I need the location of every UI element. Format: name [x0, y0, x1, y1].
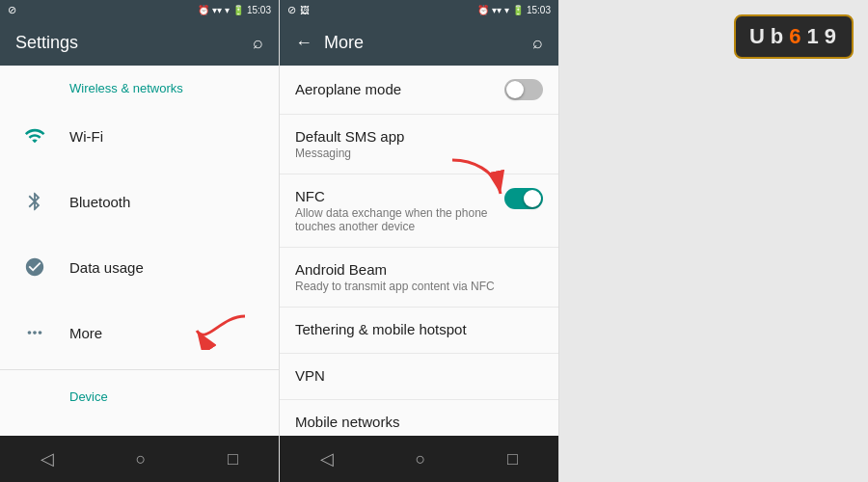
back-icon[interactable]: ←: [295, 33, 312, 53]
right-recents-button[interactable]: □: [488, 442, 537, 477]
right-bottom-nav: ◁ ○ □: [280, 436, 558, 482]
right-panel: ⊘ 🖼 ⏰ ▾▾ ▾ 🔋 15:03 ← More ⌕ Aeroplane mo…: [280, 0, 559, 482]
right-app-bar-left: ← More: [295, 33, 364, 53]
more-item[interactable]: More: [0, 300, 279, 365]
aeroplane-toggle[interactable]: [504, 79, 543, 100]
battery-icon: 🔋: [232, 5, 244, 15]
default-sms-item[interactable]: Default SMS app Messaging: [280, 115, 558, 174]
more-label: More: [69, 325, 102, 341]
red-arrow-nfc: [443, 155, 510, 212]
more-title: More: [324, 33, 364, 53]
left-app-bar: Settings ⌕: [0, 19, 279, 66]
right-app-bar: ← More ⌕: [280, 19, 558, 66]
right-home-button[interactable]: ○: [396, 442, 446, 477]
right-sim-icon: ⊘: [287, 4, 296, 16]
home-item[interactable]: Home: [0, 412, 279, 436]
status-right-icons: ⏰ ▾▾ ▾ 🔋 15:03: [198, 5, 271, 15]
section-divider: [0, 369, 279, 370]
android-beam-title: Android Beam: [295, 261, 543, 278]
vpn-title: VPN: [295, 367, 543, 384]
data-usage-label: Data usage: [69, 259, 144, 276]
logo-9: 9: [825, 24, 838, 49]
logo-1: 1: [807, 24, 821, 49]
right-back-button[interactable]: ◁: [301, 441, 353, 477]
settings-title: Settings: [15, 33, 78, 53]
left-bottom-nav: ◁ ○ □: [0, 436, 279, 482]
right-alarm-icon: ⏰: [477, 5, 489, 15]
time-display: 15:03: [247, 5, 271, 15]
home-icon: [15, 425, 54, 436]
more-scroll: Aeroplane mode Default SMS app Messaging…: [280, 66, 558, 436]
wifi-label: Wi-Fi: [69, 128, 103, 145]
mobile-networks-item[interactable]: Mobile networks: [280, 400, 558, 436]
aeroplane-title: Aeroplane mode: [295, 81, 401, 97]
logo-b: b: [771, 24, 785, 49]
left-panel: ⊘ ⏰ ▾▾ ▾ 🔋 15:03 Settings ⌕ Wireless & n…: [0, 0, 280, 482]
settings-scroll: Wireless & networks Wi-Fi Bluetooth: [0, 66, 279, 436]
signal-icon: ▾▾: [212, 5, 222, 15]
device-section-header: Device: [0, 374, 279, 412]
home-button[interactable]: ○: [117, 442, 166, 477]
right-search-icon[interactable]: ⌕: [532, 33, 543, 53]
right-status-right: ⏰ ▾▾ ▾ 🔋 15:03: [477, 5, 551, 15]
aeroplane-toggle-thumb: [506, 81, 524, 98]
right-battery-icon: 🔋: [512, 5, 524, 15]
status-left-icons: ⊘: [8, 4, 16, 16]
right-time-display: 15:03: [527, 5, 551, 15]
android-beam-item[interactable]: Android Beam Ready to transmit app conte…: [280, 248, 558, 308]
sim-icon: ⊘: [8, 4, 16, 16]
wifi-icon: [15, 117, 54, 155]
vpn-item[interactable]: VPN: [280, 354, 558, 400]
default-sms-title: Default SMS app: [295, 128, 543, 145]
bluetooth-icon: [15, 182, 54, 221]
recents-button[interactable]: □: [208, 442, 258, 477]
aeroplane-mode-item[interactable]: Aeroplane mode: [280, 66, 558, 115]
bluetooth-item[interactable]: Bluetooth: [0, 169, 279, 234]
logo-u: U: [749, 24, 767, 49]
logo-panel: U b 6 1 9: [559, 0, 868, 482]
alarm-icon: ⏰: [198, 5, 209, 15]
mobile-networks-title: Mobile networks: [295, 414, 543, 430]
logo-6: 6: [789, 24, 802, 49]
left-status-bar: ⊘ ⏰ ▾▾ ▾ 🔋 15:03: [0, 0, 279, 19]
android-beam-subtitle: Ready to transmit app content via NFC: [295, 280, 543, 293]
more-icon: [15, 313, 54, 352]
nfc-item[interactable]: NFC Allow data exchange when the phone t…: [280, 174, 558, 248]
data-usage-item[interactable]: Data usage: [0, 234, 279, 300]
aeroplane-row: Aeroplane mode: [295, 79, 543, 100]
right-signal-icon: ▾▾: [492, 5, 502, 15]
tethering-item[interactable]: Tethering & mobile hotspot: [280, 308, 558, 354]
wifi-status-icon: ▾: [225, 5, 230, 15]
wireless-section-header: Wireless & networks: [0, 66, 279, 103]
right-wifi-icon: ▾: [504, 5, 509, 15]
bluetooth-label: Bluetooth: [69, 194, 130, 210]
right-status-left: ⊘ 🖼: [287, 4, 310, 16]
right-img-icon: 🖼: [300, 5, 310, 15]
data-usage-icon: [15, 248, 54, 286]
tethering-title: Tethering & mobile hotspot: [295, 321, 543, 337]
back-button[interactable]: ◁: [21, 441, 73, 477]
right-status-bar: ⊘ 🖼 ⏰ ▾▾ ▾ 🔋 15:03: [280, 0, 558, 19]
red-arrow-more: [192, 311, 250, 354]
nfc-toggle[interactable]: [504, 188, 543, 209]
search-icon[interactable]: ⌕: [253, 33, 263, 53]
wifi-item[interactable]: Wi-Fi: [0, 103, 279, 169]
nfc-toggle-thumb: [524, 190, 541, 207]
site-logo: U b 6 1 9: [734, 14, 854, 59]
